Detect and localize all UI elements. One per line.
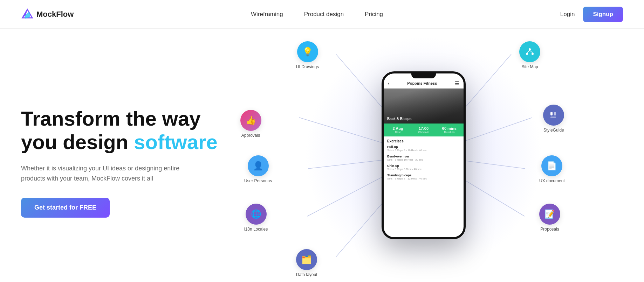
- hero-subtitle: Whether it is visualizing your UI ideas …: [21, 163, 189, 184]
- nav-links: Wireframing Product design Pricing: [251, 11, 383, 18]
- floating-ux-document: 📄 UX document: [539, 155, 565, 183]
- ui-drawings-label: UI Drawings: [296, 64, 319, 69]
- phone-mockup: ‹ Poppins Fitness ☰ Back & Biceps 2 Aug …: [382, 71, 466, 239]
- phone-stat-date: 2 Aug Date: [386, 126, 410, 134]
- floating-proposals: 📝 Proposals: [539, 204, 560, 232]
- exercise-name-4: Standing biceps: [387, 174, 460, 177]
- approvals-icon: 👍: [240, 110, 261, 131]
- site-map-icon: [519, 41, 540, 62]
- exercise-name-1: Pull-up: [387, 145, 460, 149]
- floating-i18n: 🌐 i18n Locales: [244, 204, 268, 232]
- navbar: MockFlow Wireframing Product design Pric…: [0, 0, 644, 29]
- hero-title: Transform the way you design software: [21, 107, 224, 154]
- hero-left: Transform the way you design software Wh…: [21, 93, 224, 218]
- proposals-label: Proposals: [540, 227, 559, 232]
- floating-style-guide: StyleGuide: [543, 105, 564, 133]
- phone-stat-duration: 60 mins Duration: [437, 126, 461, 134]
- hero-illustration: ‹ Poppins Fitness ☰ Back & Biceps 2 Aug …: [224, 29, 623, 282]
- nav-auth: Login Signup: [560, 7, 623, 22]
- style-guide-icon: [543, 105, 564, 126]
- user-personas-label: User Personas: [244, 178, 272, 183]
- ui-drawings-icon: 💡: [297, 41, 318, 62]
- svg-rect-19: [550, 117, 556, 118]
- svg-point-14: [532, 53, 534, 55]
- floating-ui-drawings: 💡 UI Drawings: [296, 41, 319, 69]
- phone-stats: 2 Aug Date 17:00 Check-in 60 mins Durati…: [384, 124, 464, 136]
- data-layout-icon: 🗂️: [296, 249, 317, 270]
- user-personas-icon: 👤: [248, 155, 269, 176]
- phone-back-button: ‹: [388, 80, 390, 86]
- svg-line-15: [527, 50, 530, 53]
- floating-site-map: Site Map: [519, 41, 540, 69]
- approvals-label: Approvals: [241, 133, 260, 138]
- phone-hero-image: Back & Biceps: [384, 89, 464, 124]
- style-guide-label: StyleGuide: [543, 128, 564, 133]
- cta-button[interactable]: Get started for FREE: [21, 198, 110, 218]
- phone-exercises: Exercises Pull-up Sets - 3 Reps 8 - 10 R…: [384, 136, 464, 237]
- phone-stat-checkin-label: Check-in: [411, 131, 436, 134]
- exercise-detail-3: Sets - 3 Reps 8 Rest - 40 sec: [387, 168, 460, 171]
- i18n-icon: 🌐: [246, 204, 267, 225]
- ux-document-icon: 📄: [541, 155, 562, 176]
- phone-screen: ‹ Poppins Fitness ☰ Back & Biceps 2 Aug …: [384, 73, 464, 237]
- phone-stat-date-label: Date: [386, 131, 410, 134]
- logo[interactable]: MockFlow: [21, 8, 74, 21]
- phone-exercise-4: Standing biceps Sets - 3 Reps 8 - 12 Res…: [387, 174, 460, 180]
- svg-line-16: [530, 50, 533, 53]
- i18n-label: i18n Locales: [244, 227, 268, 232]
- svg-rect-18: [554, 112, 556, 115]
- svg-point-13: [526, 53, 528, 55]
- phone-stat-checkin: 17:00 Check-in: [411, 126, 436, 134]
- svg-rect-17: [550, 112, 553, 115]
- phone-header: ‹ Poppins Fitness ☰: [384, 78, 464, 89]
- phone-stat-duration-label: Duration: [437, 131, 461, 134]
- hero-title-line1: Transform the way: [21, 107, 200, 130]
- phone-title: Poppins Fitness: [407, 81, 437, 85]
- exercise-detail-2: Sets - 5 Reps 10 Rest - 30 sec: [387, 158, 460, 161]
- nav-product-design[interactable]: Product design: [304, 11, 344, 18]
- nav-pricing[interactable]: Pricing: [365, 11, 383, 18]
- hero-section: Transform the way you design software Wh…: [0, 29, 644, 282]
- exercise-detail-1: Sets - 3 Reps 8 - 10 Rest - 40 sec: [387, 149, 460, 152]
- signup-button[interactable]: Signup: [583, 7, 623, 22]
- hero-title-line2: you design: [21, 131, 134, 153]
- exercise-name-2: Bend-over row: [387, 155, 460, 158]
- floating-data-layout: 🗂️ Data layout: [296, 249, 317, 277]
- phone-exercise-1: Pull-up Sets - 3 Reps 8 - 10 Rest - 40 s…: [387, 145, 460, 152]
- proposals-icon: 📝: [539, 204, 560, 225]
- exercise-name-3: Chin-up: [387, 164, 460, 168]
- floating-approvals: 👍 Approvals: [240, 110, 261, 138]
- phone-stat-checkin-value: 17:00: [411, 126, 436, 131]
- floating-user-personas: 👤 User Personas: [244, 155, 272, 183]
- phone-stat-date-value: 2 Aug: [386, 126, 410, 131]
- phone-exercise-3: Chin-up Sets - 3 Reps 8 Rest - 40 sec: [387, 164, 460, 171]
- phone-notch: [411, 73, 436, 78]
- phone-stat-duration-value: 60 mins: [437, 126, 461, 131]
- login-button[interactable]: Login: [560, 11, 575, 18]
- logo-icon: [21, 8, 34, 21]
- svg-point-12: [529, 48, 531, 50]
- phone-section-title: Exercises: [387, 139, 460, 143]
- ux-document-label: UX document: [539, 178, 565, 183]
- hero-title-highlight: software: [134, 131, 218, 153]
- exercise-detail-4: Sets - 3 Reps 8 - 12 Rest - 40 sec: [387, 177, 460, 180]
- phone-exercise-2: Bend-over row Sets - 5 Reps 10 Rest - 30…: [387, 155, 460, 161]
- phone-hero-text: Back & Biceps: [387, 117, 411, 121]
- site-map-label: Site Map: [521, 64, 538, 69]
- logo-text: MockFlow: [36, 10, 74, 19]
- data-layout-label: Data layout: [296, 272, 317, 277]
- phone-menu-icon: ☰: [455, 80, 459, 86]
- nav-wireframing[interactable]: Wireframing: [251, 11, 283, 18]
